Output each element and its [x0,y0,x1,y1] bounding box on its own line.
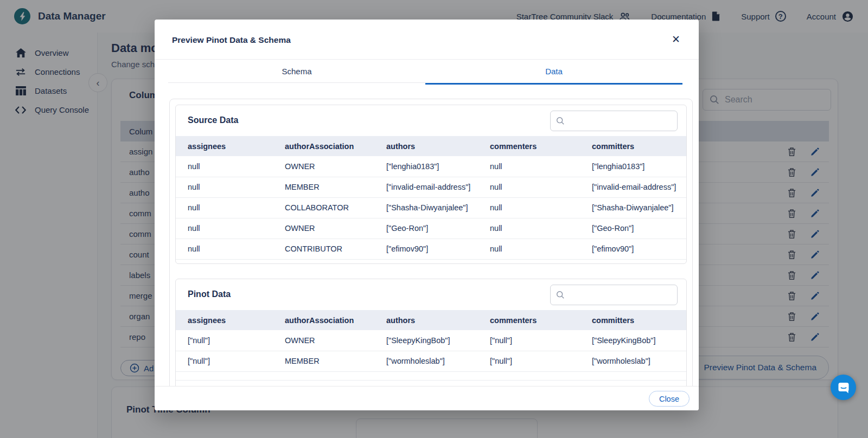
table-cell: ["invalid-email-address"] [374,177,478,197]
table-cell: OWNER [273,330,374,351]
table-cell: ["SleepyKingBob"] [580,330,686,351]
source-data-card: Source Data assigneesauthorAssociationau… [175,105,687,264]
table-cell: ["Geo-Ron"] [374,218,478,239]
table-cell: null [478,177,580,197]
table-cell: ["null"] [176,351,273,371]
pinot-data-card: Pinot Data assigneesauthorAssociationaut… [175,279,687,386]
table-cell: null [176,239,273,259]
table-cell: MEMBER [273,177,374,197]
search-icon [556,291,565,299]
tab-schema[interactable]: Schema [168,60,425,85]
source-data-search[interactable] [550,111,678,131]
table-row: nullCONTRIBUTOR["efimov90"]null["efimov9… [176,239,686,259]
search-icon [556,117,565,125]
modal-footer: Close [155,386,699,410]
chat-icon [837,381,850,394]
table-row: nullOWNER["Geo-Ron"]null["Geo-Ron"] [176,218,686,239]
table-cell: ["wormholeslab"] [580,351,686,371]
column-header: commenters [478,136,580,156]
column-header: authors [374,310,478,330]
table-cell: ["wormholeslab"] [374,351,478,371]
table-cell: null [176,177,273,197]
preview-frame: Source Data assigneesauthorAssociationau… [169,99,693,386]
table-row: ["null"]MEMBER["wormholeslab"]["null"]["… [176,351,686,371]
table-cell: null [478,197,580,218]
table-cell: null [176,218,273,239]
table-row: nullCOLLABORATOR["Shasha-Diwyanjalee"]nu… [176,197,686,218]
source-data-table: assigneesauthorAssociationauthorscomment… [176,136,686,260]
modal-tabs: Schema Data [168,60,682,85]
modal-body: Source Data assigneesauthorAssociationau… [155,85,699,386]
table-row: nullOWNER["lenghia0183"]null["lenghia018… [176,156,686,177]
table-cell: MEMBER [273,351,374,371]
table-cell: ["invalid-email-address"] [580,177,686,197]
column-header: committers [580,136,686,156]
table-row: ["null"]OWNER["SleepyKingBob"]["null"]["… [176,330,686,351]
modal-title: Preview Pinot Data & Schema [172,35,291,45]
table-row: nullMEMBER["invalid-email-address"]null[… [176,177,686,197]
table-cell: ["null"] [478,330,580,351]
table-cell: OWNER [273,156,374,177]
table-cell: CONTRIBUTOR [273,239,374,259]
close-icon[interactable]: ✕ [668,31,684,47]
table-cell: null [176,197,273,218]
pinot-data-title: Pinot Data [188,289,231,299]
table-cell: null [478,218,580,239]
table-cell: ["efimov90"] [374,239,478,259]
preview-modal: Preview Pinot Data & Schema ✕ Schema Dat… [155,20,699,410]
table-cell: ["efimov90"] [580,239,686,259]
column-header: authorAssociation [273,310,374,330]
table-cell: OWNER [273,218,374,239]
table-cell: null [478,156,580,177]
column-header: authorAssociation [273,136,374,156]
table-cell: ["null"] [176,330,273,351]
pinot-data-search[interactable] [550,285,678,305]
pinot-data-table: assigneesauthorAssociationauthorscomment… [176,310,686,372]
table-cell: ["Shasha-Diwyanjalee"] [580,197,686,218]
clipped-row [176,372,686,381]
column-header: commenters [478,310,580,330]
chat-widget-button[interactable] [831,375,856,400]
tab-data[interactable]: Data [425,60,682,85]
column-header: assignees [176,136,273,156]
table-cell: null [478,239,580,259]
search-input[interactable] [569,117,672,125]
search-input[interactable] [569,291,672,299]
table-cell: COLLABORATOR [273,197,374,218]
column-header: committers [580,310,686,330]
close-button[interactable]: Close [649,391,690,407]
table-cell: ["SleepyKingBob"] [374,330,478,351]
table-cell: ["lenghia0183"] [374,156,478,177]
modal-header: Preview Pinot Data & Schema ✕ [155,20,699,60]
table-cell: null [176,156,273,177]
source-data-title: Source Data [188,115,238,125]
table-cell: ["Shasha-Diwyanjalee"] [374,197,478,218]
table-cell: ["null"] [478,351,580,371]
table-cell: ["lenghia0183"] [580,156,686,177]
table-cell: ["Geo-Ron"] [580,218,686,239]
column-header: authors [374,136,478,156]
column-header: assignees [176,310,273,330]
